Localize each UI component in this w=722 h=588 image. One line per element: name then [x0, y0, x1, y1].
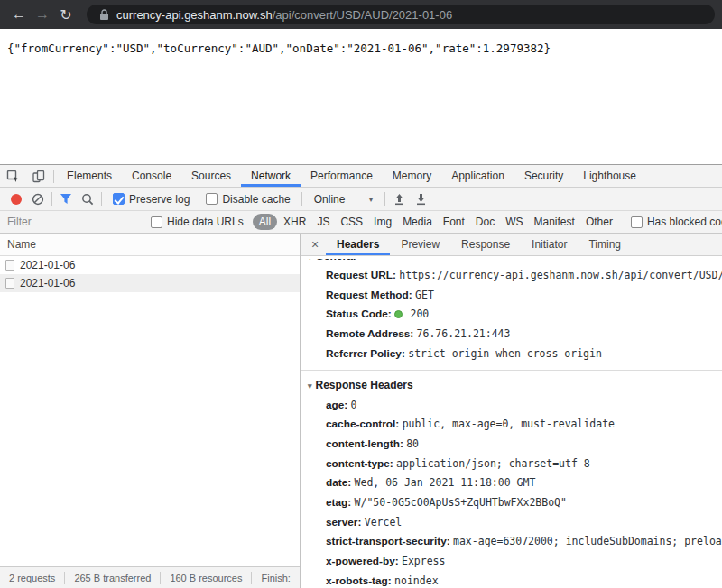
header-value: GET — [415, 289, 434, 301]
checkbox-checked-icon — [113, 193, 125, 205]
header-key: content-length: — [326, 437, 403, 450]
detail-tab-headers[interactable]: Headers — [326, 234, 390, 255]
filter-type-css[interactable]: CSS — [335, 214, 368, 230]
header-key: etag: — [326, 496, 351, 509]
request-row[interactable]: 2021-01-06 — [0, 274, 300, 292]
device-toolbar-button[interactable] — [25, 165, 51, 187]
search-icon — [81, 193, 94, 206]
network-status-bar: 2 requests 265 B transferred 160 B resou… — [0, 566, 300, 588]
transferred-size: 265 B transferred — [65, 572, 161, 584]
filter-type-manifest[interactable]: Manifest — [529, 214, 580, 230]
name-column-header[interactable]: Name — [0, 234, 300, 256]
filter-type-font[interactable]: Font — [438, 214, 470, 230]
record-button[interactable] — [5, 189, 27, 209]
resources-size: 160 B resources — [161, 572, 252, 584]
header-row: date: Wed, 06 Jan 2021 11:18:00 GMT — [308, 473, 722, 493]
header-value: Vercel — [365, 516, 403, 528]
collapse-triangle-icon: ▾ — [308, 381, 312, 390]
header-value: public, max-age=0, must-revalidate — [403, 418, 615, 430]
preserve-log-label: Preserve log — [129, 193, 190, 206]
clear-button[interactable] — [27, 189, 49, 209]
hide-data-urls-checkbox[interactable]: Hide data URLs — [151, 216, 244, 228]
url-text: currency-api.geshanm.now.sh/api/convert/… — [116, 8, 452, 22]
response-headers-title: Response Headers — [316, 379, 413, 391]
address-bar[interactable]: currency-api.geshanm.now.sh/api/convert/… — [87, 5, 715, 24]
search-button[interactable] — [77, 189, 98, 209]
header-value: W/"50-0G5cO0ApUsS+ZqUHTbwFXx2BBoQ" — [355, 496, 567, 509]
header-key: Request URL: — [326, 269, 396, 281]
tab-lighthouse[interactable]: Lighthouse — [573, 165, 646, 187]
header-row: Request URL: https://currency-api.geshan… — [308, 266, 722, 286]
lock-icon — [99, 9, 109, 21]
general-section-title: General — [316, 259, 356, 262]
tab-sources[interactable]: Sources — [181, 165, 241, 187]
tab-memory[interactable]: Memory — [383, 165, 441, 187]
requests-pane: Name 2021-01-06 2021-01-06 2 requests 26… — [0, 234, 301, 588]
reload-button[interactable]: ↻ — [54, 3, 78, 26]
detail-tab-preview[interactable]: Preview — [390, 234, 450, 255]
header-value: 80 — [406, 437, 419, 450]
back-button[interactable]: ← — [7, 3, 31, 26]
disable-cache-checkbox[interactable]: Disable cache — [206, 193, 290, 206]
tab-elements[interactable]: Elements — [57, 165, 122, 187]
inspect-element-button[interactable] — [0, 165, 25, 187]
response-headers-section-header[interactable]: ▾Response Headers — [308, 376, 722, 396]
filter-input[interactable] — [7, 216, 143, 228]
upload-icon — [393, 193, 405, 206]
toolbar-separator — [51, 192, 52, 206]
tab-console[interactable]: Console — [122, 165, 181, 187]
header-row: content-length: 80 — [308, 435, 722, 455]
header-key: Referrer Policy: — [326, 347, 405, 360]
tab-performance[interactable]: Performance — [301, 165, 383, 187]
filter-type-xhr[interactable]: XHR — [278, 214, 311, 230]
document-icon — [5, 278, 14, 289]
filter-toggle-button[interactable] — [55, 189, 77, 209]
header-value: 200 — [410, 308, 429, 320]
header-row: Request Method: GET — [308, 286, 722, 306]
preserve-log-checkbox[interactable]: Preserve log — [113, 193, 190, 206]
header-row: x-powered-by: Express — [308, 552, 722, 572]
filter-type-other[interactable]: Other — [580, 214, 618, 230]
header-row: cache-control: public, max-age=0, must-r… — [308, 415, 722, 435]
detail-tab-response[interactable]: Response — [450, 234, 521, 255]
header-value: application/json; charset=utf-8 — [396, 457, 590, 470]
export-har-button[interactable] — [410, 189, 431, 209]
close-detail-button[interactable]: × — [304, 234, 326, 255]
header-row: strict-transport-security: max-age=63072… — [308, 532, 722, 552]
forward-button[interactable]: → — [31, 3, 54, 26]
tab-application[interactable]: Application — [441, 165, 514, 187]
header-value: 76.76.21.21:443 — [417, 327, 511, 340]
tab-security[interactable]: Security — [514, 165, 573, 187]
tab-network[interactable]: Network — [241, 165, 301, 187]
filter-type-js[interactable]: JS — [311, 214, 335, 230]
has-blocked-cookies-checkbox[interactable]: Has blocked cookies — [631, 216, 722, 228]
import-har-button[interactable] — [388, 189, 410, 209]
toolbar-separator — [301, 192, 302, 206]
network-main-split: Name 2021-01-06 2021-01-06 2 requests 26… — [0, 234, 722, 588]
filter-type-img[interactable]: Img — [368, 214, 397, 230]
throttling-select[interactable]: Online ▾ — [314, 193, 374, 206]
filter-type-doc[interactable]: Doc — [470, 214, 500, 230]
filter-type-media[interactable]: Media — [397, 214, 438, 230]
download-icon — [415, 193, 427, 206]
headers-detail-body: ▾General Request URL: https://currency-a… — [301, 256, 722, 588]
funnel-icon — [60, 193, 72, 205]
reload-icon: ↻ — [60, 6, 71, 23]
general-section-header[interactable]: ▾General — [308, 259, 722, 266]
network-toolbar: Preserve log Disable cache Online ▾ — [0, 188, 722, 211]
filter-type-all[interactable]: All — [253, 214, 277, 230]
filter-type-ws[interactable]: WS — [500, 214, 528, 230]
header-row: Referrer Policy: strict-origin-when-cros… — [308, 345, 722, 364]
request-name: 2021-01-06 — [20, 277, 75, 289]
request-row[interactable]: 2021-01-06 — [0, 256, 300, 274]
detail-tab-timing[interactable]: Timing — [578, 234, 632, 255]
section-divider — [301, 370, 722, 371]
request-list-empty-area — [0, 292, 300, 566]
has-blocked-cookies-label: Has blocked cookies — [647, 216, 722, 228]
header-key: strict-transport-security: — [326, 535, 450, 547]
header-value: strict-origin-when-cross-origin — [408, 347, 602, 360]
header-row: Status Code: 200 — [308, 305, 722, 325]
general-section-clipped: ▾General — [308, 259, 722, 266]
detail-tab-initiator[interactable]: Initiator — [521, 234, 578, 255]
network-filter-row: Hide data URLs All XHR JS CSS Img Media … — [0, 211, 722, 234]
